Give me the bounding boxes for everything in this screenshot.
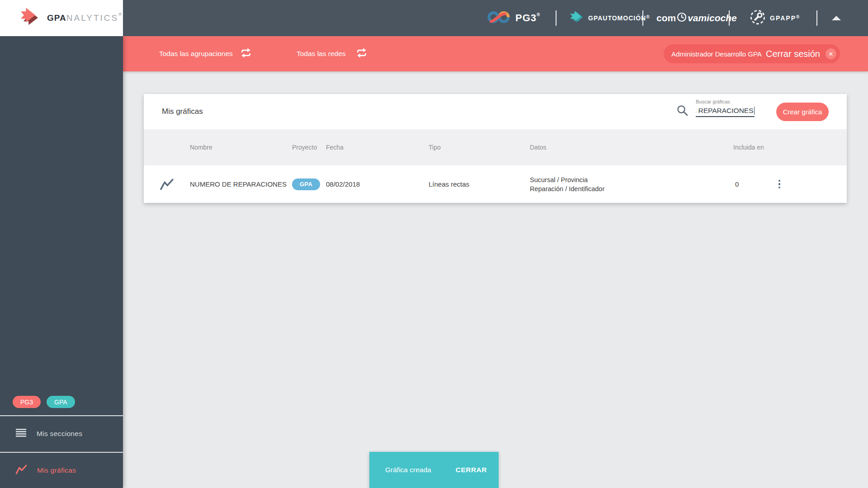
cell-datos-line2: Reparación / Identificador: [530, 185, 604, 192]
column-header-tipo: Tipo: [429, 144, 530, 151]
gpanalytics-home-link[interactable]: GPANALYTICS®: [0, 0, 123, 36]
gpapp-reg: ®: [796, 14, 800, 19]
search-input-label: Buscar gráficas: [696, 99, 730, 104]
cell-nombre: NUMERO DE REPARACIONES: [190, 180, 292, 188]
column-header-nombre: Nombre: [190, 144, 292, 151]
comvamicoche-app-link[interactable]: com vamicoche: [656, 0, 737, 36]
sidebar-item-label: Mis secciones: [37, 430, 82, 438]
header-divider: [816, 10, 817, 26]
current-user-name: Administrador Desarrollo GPA: [671, 50, 762, 58]
project-badge: GPA: [292, 178, 320, 190]
pg3-app-link[interactable]: PG3®: [487, 0, 540, 36]
cell-incluida-en: 0: [733, 180, 769, 188]
sidebar-item-label: Mis gráficas: [37, 466, 76, 474]
clock-icon: [676, 12, 688, 24]
snackbar-close-button[interactable]: CERRAR: [456, 466, 487, 474]
create-chart-button[interactable]: Crear gráfica: [776, 103, 829, 121]
sidebar-item-mis-secciones[interactable]: Mis secciones: [0, 415, 123, 451]
menu-icon: [16, 429, 26, 439]
text-cursor: [754, 107, 755, 115]
sidebar-badge-pg3[interactable]: PG3: [13, 396, 41, 408]
filter-redes-swap-button[interactable]: [355, 36, 368, 71]
row-actions-menu-button[interactable]: [776, 177, 783, 192]
logout-close-icon[interactable]: ✕: [826, 48, 836, 59]
mis-graficas-card: Mis gráficas Buscar gráficas DE REPARACI…: [144, 94, 847, 203]
gpapp-app-link[interactable]: GPAPP®: [750, 0, 800, 36]
sidebar-badge-gpa[interactable]: GPA: [47, 396, 75, 408]
pg3-logo-icon: [487, 9, 510, 27]
gpautomocion-label: GPAUTOMOCIÓN: [588, 14, 646, 22]
card-header: Mis gráficas Buscar gráficas DE REPARACI…: [144, 94, 847, 129]
search-input[interactable]: Buscar gráficas DE REPARACIONES: [696, 107, 755, 117]
filter-agrupaciones-label: Todas las agrupaciones: [159, 50, 233, 58]
cell-datos: Sucursal / Provincia Reparación / Identi…: [530, 175, 733, 193]
filter-redes-label: Todas las redes: [297, 50, 346, 58]
gpautomocion-reg: ®: [646, 14, 650, 19]
table-header-row: Nombre Proyecto Fecha Tipo Datos Incluid…: [144, 129, 847, 165]
header-divider: [642, 10, 643, 26]
filter-agrupaciones-select[interactable]: Todas las agrupaciones: [159, 36, 233, 71]
brand-gpa: GPA: [47, 13, 66, 23]
search-icon[interactable]: [677, 105, 689, 118]
header-divider: [556, 10, 557, 26]
top-header-bar: PG3® GPAUTOMOCIÓN® com vamicoche: [0, 0, 868, 36]
search-input-value: DE REPARACIONES: [696, 107, 754, 115]
table-row[interactable]: NUMERO DE REPARACIONES GPA 08/02/2018 Lí…: [144, 165, 847, 203]
header-divider: [729, 10, 730, 26]
snackbar-message: Gráfica creada: [385, 466, 431, 474]
column-header-datos: Datos: [530, 144, 733, 151]
chevron-up-icon: [832, 16, 841, 20]
brand-reg: ®: [118, 12, 122, 17]
filter-bar: Todas las agrupaciones Todas las redes A…: [123, 36, 868, 71]
sidebar-item-mis-graficas[interactable]: Mis gráficas: [0, 452, 123, 488]
cell-tipo: Líneas rectas: [429, 180, 530, 188]
logout-button[interactable]: Cerrar sesión: [766, 49, 820, 59]
column-header-fecha: Fecha: [326, 144, 429, 151]
gpanalytics-logo-icon: [21, 7, 42, 29]
cell-fecha: 08/02/2018: [326, 180, 429, 188]
column-header-incluida-en: Incluida en: [733, 144, 769, 151]
line-chart-icon: [16, 465, 27, 476]
brand-nalytics: NALYTICS: [66, 13, 119, 23]
filter-agrupaciones-swap-button[interactable]: [240, 36, 252, 71]
gpapp-logo-icon: [750, 9, 766, 27]
sidebar: PG3 GPA Mis secciones Mis gráficas: [0, 36, 123, 488]
gpapp-label: GPAPP: [770, 14, 796, 22]
row-chart-type-icon: [144, 178, 190, 190]
filter-redes-select[interactable]: Todas las redes: [297, 36, 346, 71]
cell-datos-line1: Sucursal / Provincia: [530, 176, 588, 183]
gpautomocion-app-link[interactable]: GPAUTOMOCIÓN®: [570, 0, 650, 36]
snackbar: Gráfica creada CERRAR: [369, 452, 499, 488]
comvami-prefix: com: [656, 13, 676, 23]
swap-icon: [240, 47, 252, 60]
collapse-header-button[interactable]: [827, 0, 845, 36]
pg3-label: PG3: [515, 12, 537, 23]
user-session-pill: Administrador Desarrollo GPA Cerrar sesi…: [664, 44, 840, 63]
pg3-reg: ®: [537, 12, 540, 17]
gpautomocion-logo-icon: [570, 11, 584, 25]
page-title: Mis gráficas: [162, 107, 203, 116]
swap-icon: [355, 47, 368, 60]
column-header-proyecto: Proyecto: [292, 144, 326, 151]
